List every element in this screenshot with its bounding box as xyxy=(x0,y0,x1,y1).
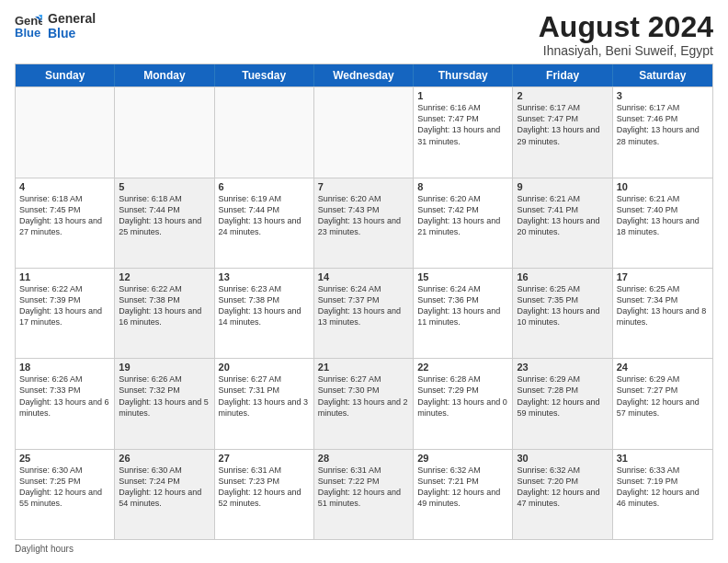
title-block: August 2024 Ihnasiyah, Beni Suweif, Egyp… xyxy=(539,11,713,58)
header: General Blue General Blue August 2024 Ih… xyxy=(15,11,713,58)
calendar-cell xyxy=(215,87,314,177)
day-content: Sunrise: 6:20 AM Sunset: 7:42 PM Dayligh… xyxy=(417,193,508,238)
calendar-day-header: Wednesday xyxy=(314,64,414,86)
day-number: 12 xyxy=(119,271,210,282)
calendar-cell: 15Sunrise: 6:24 AM Sunset: 7:36 PM Dayli… xyxy=(414,269,513,358)
calendar-week: 25Sunrise: 6:30 AM Sunset: 7:25 PM Dayli… xyxy=(16,449,712,539)
calendar-cell: 1Sunrise: 6:16 AM Sunset: 7:47 PM Daylig… xyxy=(414,87,513,177)
calendar-cell: 6Sunrise: 6:19 AM Sunset: 7:44 PM Daylig… xyxy=(215,178,314,268)
day-number: 15 xyxy=(417,271,508,282)
day-number: 28 xyxy=(318,453,409,464)
day-content: Sunrise: 6:19 AM Sunset: 7:44 PM Dayligh… xyxy=(219,193,310,238)
day-number: 10 xyxy=(617,181,709,192)
day-number: 22 xyxy=(417,362,508,373)
day-number: 16 xyxy=(517,271,608,282)
day-number: 13 xyxy=(219,271,310,282)
calendar-cell: 26Sunrise: 6:30 AM Sunset: 7:24 PM Dayli… xyxy=(115,450,214,539)
day-content: Sunrise: 6:29 AM Sunset: 7:27 PM Dayligh… xyxy=(617,373,709,419)
calendar-cell: 30Sunrise: 6:32 AM Sunset: 7:20 PM Dayli… xyxy=(513,450,612,539)
calendar-cell: 20Sunrise: 6:27 AM Sunset: 7:31 PM Dayli… xyxy=(215,359,314,448)
day-content: Sunrise: 6:22 AM Sunset: 7:39 PM Dayligh… xyxy=(19,283,110,328)
page-title: August 2024 xyxy=(539,11,713,43)
day-number: 6 xyxy=(219,181,310,192)
calendar-cell: 4Sunrise: 6:18 AM Sunset: 7:45 PM Daylig… xyxy=(16,178,115,268)
calendar-cell: 17Sunrise: 6:25 AM Sunset: 7:34 PM Dayli… xyxy=(613,269,712,358)
day-number: 1 xyxy=(417,90,508,101)
calendar-cell: 22Sunrise: 6:28 AM Sunset: 7:29 PM Dayli… xyxy=(414,359,513,448)
calendar-cell xyxy=(314,87,414,177)
day-number: 11 xyxy=(19,271,110,282)
day-number: 27 xyxy=(219,453,310,464)
day-content: Sunrise: 6:20 AM Sunset: 7:43 PM Dayligh… xyxy=(318,193,409,238)
calendar-cell: 9Sunrise: 6:21 AM Sunset: 7:41 PM Daylig… xyxy=(513,178,612,268)
calendar-week: 4Sunrise: 6:18 AM Sunset: 7:45 PM Daylig… xyxy=(16,178,712,268)
day-content: Sunrise: 6:17 AM Sunset: 7:46 PM Dayligh… xyxy=(617,102,709,147)
day-number: 5 xyxy=(119,181,210,192)
page: General Blue General Blue August 2024 Ih… xyxy=(0,0,728,563)
calendar-week: 18Sunrise: 6:26 AM Sunset: 7:33 PM Dayli… xyxy=(16,358,712,448)
day-number: 17 xyxy=(617,271,709,282)
calendar-cell: 23Sunrise: 6:29 AM Sunset: 7:28 PM Dayli… xyxy=(513,359,612,448)
day-content: Sunrise: 6:25 AM Sunset: 7:35 PM Dayligh… xyxy=(517,283,608,328)
calendar-day-header: Saturday xyxy=(613,64,712,86)
svg-text:Blue: Blue xyxy=(15,26,40,39)
day-number: 26 xyxy=(119,453,210,464)
calendar-cell: 14Sunrise: 6:24 AM Sunset: 7:37 PM Dayli… xyxy=(314,269,414,358)
day-content: Sunrise: 6:31 AM Sunset: 7:23 PM Dayligh… xyxy=(219,465,310,510)
day-content: Sunrise: 6:32 AM Sunset: 7:20 PM Dayligh… xyxy=(517,465,608,510)
day-number: 9 xyxy=(517,181,608,192)
day-content: Sunrise: 6:32 AM Sunset: 7:21 PM Dayligh… xyxy=(417,465,508,510)
calendar-cell: 25Sunrise: 6:30 AM Sunset: 7:25 PM Dayli… xyxy=(16,450,115,539)
calendar-day-header: Thursday xyxy=(414,64,513,86)
day-content: Sunrise: 6:17 AM Sunset: 7:47 PM Dayligh… xyxy=(517,102,608,147)
day-number: 23 xyxy=(517,362,608,373)
calendar-day-header: Tuesday xyxy=(215,64,314,86)
day-number: 4 xyxy=(19,181,110,192)
calendar-cell: 29Sunrise: 6:32 AM Sunset: 7:21 PM Dayli… xyxy=(414,450,513,539)
calendar-cell: 18Sunrise: 6:26 AM Sunset: 7:33 PM Dayli… xyxy=(16,359,115,448)
calendar-cell: 16Sunrise: 6:25 AM Sunset: 7:35 PM Dayli… xyxy=(513,269,612,358)
calendar-cell: 3Sunrise: 6:17 AM Sunset: 7:46 PM Daylig… xyxy=(613,87,712,177)
day-content: Sunrise: 6:28 AM Sunset: 7:29 PM Dayligh… xyxy=(417,373,508,419)
calendar-day-header: Monday xyxy=(115,64,214,86)
day-content: Sunrise: 6:18 AM Sunset: 7:44 PM Dayligh… xyxy=(119,193,210,238)
calendar-cell: 5Sunrise: 6:18 AM Sunset: 7:44 PM Daylig… xyxy=(115,178,214,268)
day-content: Sunrise: 6:24 AM Sunset: 7:37 PM Dayligh… xyxy=(318,283,409,328)
footer: Daylight hours xyxy=(15,544,713,554)
day-number: 29 xyxy=(417,453,508,464)
day-content: Sunrise: 6:26 AM Sunset: 7:33 PM Dayligh… xyxy=(19,373,110,419)
calendar-cell: 27Sunrise: 6:31 AM Sunset: 7:23 PM Dayli… xyxy=(215,450,314,539)
day-number: 31 xyxy=(617,453,709,464)
logo: General Blue General Blue xyxy=(15,11,96,40)
day-number: 21 xyxy=(318,362,409,373)
day-content: Sunrise: 6:24 AM Sunset: 7:36 PM Dayligh… xyxy=(417,283,508,328)
calendar-body: 1Sunrise: 6:16 AM Sunset: 7:47 PM Daylig… xyxy=(16,86,712,539)
logo-icon: General Blue xyxy=(15,13,42,39)
day-content: Sunrise: 6:22 AM Sunset: 7:38 PM Dayligh… xyxy=(119,283,210,328)
day-number: 14 xyxy=(318,271,409,282)
calendar-week: 11Sunrise: 6:22 AM Sunset: 7:39 PM Dayli… xyxy=(16,268,712,358)
calendar-cell: 31Sunrise: 6:33 AM Sunset: 7:19 PM Dayli… xyxy=(613,450,712,539)
day-number: 30 xyxy=(517,453,608,464)
day-content: Sunrise: 6:27 AM Sunset: 7:31 PM Dayligh… xyxy=(219,373,310,419)
day-number: 24 xyxy=(617,362,709,373)
logo-blue: Blue xyxy=(48,26,96,40)
calendar-cell: 19Sunrise: 6:26 AM Sunset: 7:32 PM Dayli… xyxy=(115,359,214,448)
calendar-cell: 28Sunrise: 6:31 AM Sunset: 7:22 PM Dayli… xyxy=(314,450,414,539)
day-number: 7 xyxy=(318,181,409,192)
day-content: Sunrise: 6:26 AM Sunset: 7:32 PM Dayligh… xyxy=(119,373,210,419)
day-content: Sunrise: 6:18 AM Sunset: 7:45 PM Dayligh… xyxy=(19,193,110,238)
day-content: Sunrise: 6:29 AM Sunset: 7:28 PM Dayligh… xyxy=(517,373,608,419)
day-number: 20 xyxy=(219,362,310,373)
day-content: Sunrise: 6:25 AM Sunset: 7:34 PM Dayligh… xyxy=(617,283,709,328)
calendar-cell: 21Sunrise: 6:27 AM Sunset: 7:30 PM Dayli… xyxy=(314,359,414,448)
day-content: Sunrise: 6:30 AM Sunset: 7:24 PM Dayligh… xyxy=(119,465,210,510)
page-subtitle: Ihnasiyah, Beni Suweif, Egypt xyxy=(539,43,713,58)
calendar-day-header: Friday xyxy=(513,64,612,86)
calendar-header: SundayMondayTuesdayWednesdayThursdayFrid… xyxy=(16,64,712,86)
day-number: 25 xyxy=(19,453,110,464)
day-number: 18 xyxy=(19,362,110,373)
day-number: 19 xyxy=(119,362,210,373)
logo-general: General xyxy=(48,11,96,26)
footer-label: Daylight hours xyxy=(15,544,74,554)
